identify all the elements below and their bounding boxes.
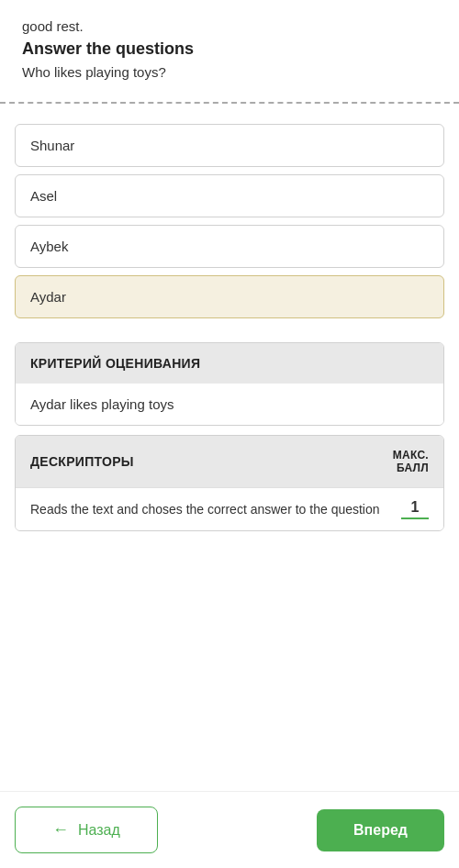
option-aydar[interactable]: Aydar <box>15 275 444 318</box>
criteria-section: КРИТЕРИЙ ОЦЕНИВАНИЯ Aydar likes playing … <box>15 342 444 426</box>
back-arrow-icon: ← <box>52 820 69 840</box>
back-label: Назад <box>78 822 120 839</box>
criteria-content: Aydar likes playing toys <box>16 384 443 425</box>
bottom-nav: ← Назад Вперед <box>0 791 459 868</box>
criteria-header: КРИТЕРИЙ ОЦЕНИВАНИЯ <box>16 343 443 384</box>
score-value: 1 <box>401 499 429 519</box>
spacer <box>0 531 459 791</box>
back-button[interactable]: ← Назад <box>15 807 158 853</box>
good-rest-text: good rest. <box>22 18 437 34</box>
option-asel[interactable]: Asel <box>15 174 444 217</box>
descriptors-section: ДЕСКРИПТОРЫ МАКС.БАЛЛ Reads the text and… <box>15 435 444 531</box>
descriptors-header: ДЕСКРИПТОРЫ МАКС.БАЛЛ <box>16 436 443 487</box>
max-score-label: МАКС.БАЛЛ <box>393 449 429 474</box>
question-text: Who likes playing toys? <box>22 64 437 80</box>
forward-button[interactable]: Вперед <box>317 809 444 851</box>
descriptors-label: ДЕСКРИПТОРЫ <box>30 454 134 469</box>
top-section: good rest. Answer the questions Who like… <box>0 0 459 89</box>
option-shunar[interactable]: Shunar <box>15 124 444 167</box>
descriptor-text: Reads the text and choses the correct an… <box>30 502 401 517</box>
options-section: Shunar Asel Aybek Aydar <box>0 117 459 333</box>
page-container: good rest. Answer the questions Who like… <box>0 0 459 868</box>
dashed-divider <box>0 102 459 104</box>
option-aybek[interactable]: Aybek <box>15 225 444 268</box>
answer-questions-title: Answer the questions <box>22 39 437 59</box>
descriptor-row: Reads the text and choses the correct an… <box>16 487 443 530</box>
